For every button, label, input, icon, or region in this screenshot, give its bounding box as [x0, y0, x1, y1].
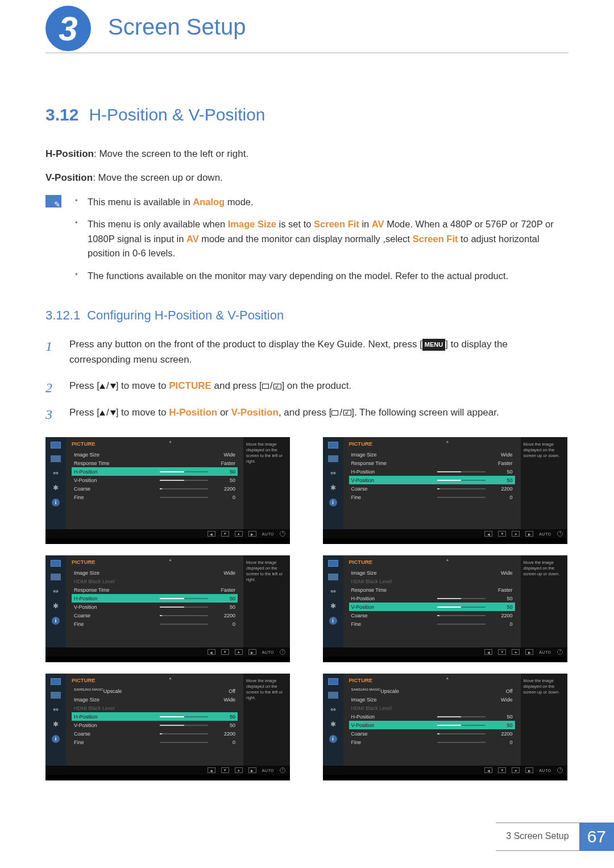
osd-sidebar: ⇔ ✱ i — [45, 437, 66, 529]
note-icon — [45, 195, 61, 207]
osd-tooltip: Move the image displayed on the screen t… — [243, 437, 290, 529]
page-header: 3 Screen Setup — [0, 0, 614, 54]
osd-footer-bar: ◀ ▼ ▲ ▶ AUTO — [45, 766, 290, 775]
osd-row: SAMSUNG MAGICUpscaleOff — [349, 687, 515, 695]
osd-row: Image SizeWide — [72, 568, 238, 577]
osd-screenshot: ⇔ ✱ i PICTURE ▲ Image SizeWide Response … — [323, 437, 567, 544]
right-key-icon: ▶ — [525, 531, 533, 537]
right-key-icon: ▶ — [248, 767, 256, 773]
info-icon: i — [329, 735, 337, 743]
adjust-icon: ⇔ — [51, 705, 61, 713]
osd-main-panel: PICTURE ▲ SAMSUNG MAGICUpscaleOff Image … — [343, 674, 521, 766]
osd-row-selected: H-Position50 — [72, 712, 238, 721]
osd-row: Response TimeFaster — [72, 459, 238, 467]
osd-row: V-Position50 — [72, 721, 238, 729]
note-item: This menu is only available when Image S… — [75, 217, 569, 261]
scroll-up-icon: ▲ — [168, 676, 172, 680]
scroll-up-icon: ▲ — [168, 439, 172, 443]
enter-key-icon: / — [262, 379, 282, 393]
osd-row: Image SizeWide — [349, 568, 515, 577]
osd-row-selected: V-Position50 — [349, 721, 515, 729]
left-key-icon: ◀ — [484, 649, 492, 655]
down-key-icon: ▼ — [221, 649, 229, 655]
osd-row: V-Position50 — [72, 476, 238, 484]
osd-title: PICTURE — [72, 677, 238, 683]
osd-row: Response TimeFaster — [349, 459, 515, 467]
osd-tooltip: Move the image displayed on the screen u… — [521, 674, 567, 766]
gear-icon: ✱ — [51, 720, 61, 728]
left-key-icon: ◀ — [208, 531, 215, 537]
footer-section-label: 3 Screen Setup — [496, 823, 579, 851]
osd-footer-bar: ◀ ▼ ▲ ▶ AUTO — [45, 529, 290, 538]
scroll-up-icon: ▲ — [446, 676, 450, 680]
osd-row: Fine0 — [72, 493, 238, 501]
osd-screenshot: ⇔ ✱ i PICTURE ▲ SAMSUNG MAGICUpscaleOff … — [323, 674, 567, 780]
left-key-icon: ◀ — [208, 649, 215, 655]
up-key-icon: ▲ — [235, 767, 243, 773]
osd-row: Coarse2200 — [72, 484, 238, 493]
power-icon — [557, 531, 563, 537]
osd-row: Coarse2200 — [349, 484, 515, 493]
osd-screenshot-grid: ⇔ ✱ i PICTURE ▲ Image SizeWide Response … — [45, 437, 569, 780]
gear-icon: ✱ — [51, 484, 61, 492]
osd-row: Fine0 — [349, 738, 515, 746]
menu-key-icon: MENU — [422, 339, 445, 351]
auto-label: AUTO — [539, 532, 551, 536]
osd-row: Image SizeWide — [72, 450, 238, 459]
osd-main-panel: PICTURE ▲ Image SizeWide HDMI Black Leve… — [343, 555, 521, 647]
right-key-icon: ▶ — [525, 767, 533, 773]
osd-sidebar: ⇔ ✱ i — [323, 437, 343, 529]
osd-row: Response TimeFaster — [72, 585, 238, 594]
picture-icon — [51, 692, 61, 699]
osd-row: Coarse2200 — [72, 611, 238, 620]
adjust-icon: ⇔ — [328, 705, 338, 713]
osd-tooltip: Move the image displayed on the screen u… — [521, 437, 567, 529]
section-title: H-Position & V-Position — [89, 105, 265, 124]
step-item: 1 Press any button on the front of the p… — [45, 337, 569, 367]
osd-row: Fine0 — [72, 738, 238, 746]
info-icon: i — [52, 735, 60, 743]
osd-title: PICTURE — [72, 441, 238, 447]
auto-label: AUTO — [539, 650, 551, 654]
auto-label: AUTO — [539, 769, 551, 773]
right-key-icon: ▶ — [525, 649, 533, 655]
step-number: 3 — [45, 404, 52, 425]
osd-row: H-Position50 — [349, 594, 515, 603]
up-key-icon: ▲ — [512, 531, 520, 537]
section-heading: 3.12H-Position & V-Position — [45, 105, 569, 124]
osd-tooltip: Move the image displayed on the screen t… — [243, 674, 290, 766]
picture-icon — [51, 455, 61, 462]
up-key-icon: ▲ — [512, 649, 520, 655]
picture-icon — [328, 455, 338, 462]
chapter-title: Screen Setup — [108, 14, 246, 40]
osd-row: H-Position50 — [349, 467, 515, 476]
osd-tooltip: Move the image displayed on the screen u… — [521, 555, 567, 647]
note-block: This menu is available in Analog mode. T… — [45, 195, 569, 292]
up-key-icon: ▲ — [235, 649, 243, 655]
power-icon — [280, 767, 285, 773]
down-key-icon: ▼ — [498, 649, 506, 655]
osd-row-selected: V-Position50 — [349, 603, 515, 611]
adjust-icon: ⇔ — [328, 587, 338, 595]
adjust-icon: ⇔ — [328, 469, 338, 477]
osd-tooltip: Move the image displayed on the screen t… — [243, 555, 290, 647]
info-icon: i — [329, 617, 337, 625]
osd-main-panel: PICTURE ▲ Image SizeWide Response TimeFa… — [66, 437, 243, 529]
osd-footer-bar: ◀ ▼ ▲ ▶ AUTO — [323, 647, 567, 657]
scroll-up-icon: ▲ — [446, 439, 450, 443]
osd-screenshot: ⇔ ✱ i PICTURE ▲ Image SizeWide HDMI Blac… — [323, 555, 567, 662]
note-item: The functions available on the monitor m… — [75, 269, 569, 284]
power-icon — [557, 649, 563, 655]
osd-main-panel: PICTURE ▲ SAMSUNG MAGICUpscaleOff Image … — [66, 674, 243, 766]
step-number: 1 — [45, 336, 52, 357]
monitor-icon — [328, 678, 338, 685]
up-key-icon: ▲ — [512, 767, 520, 773]
gear-icon: ✱ — [328, 484, 338, 492]
osd-row: SAMSUNG MAGICUpscaleOff — [72, 687, 238, 695]
step-item: 3 Press [ / ] to move to H-Position or V… — [45, 405, 569, 421]
down-key-icon: ▼ — [221, 767, 229, 773]
info-icon: i — [52, 499, 60, 506]
osd-main-panel: PICTURE ▲ Image SizeWide Response TimeFa… — [343, 437, 521, 529]
osd-sidebar: ⇔ ✱ i — [323, 674, 343, 766]
osd-row: Image SizeWide — [349, 450, 515, 459]
